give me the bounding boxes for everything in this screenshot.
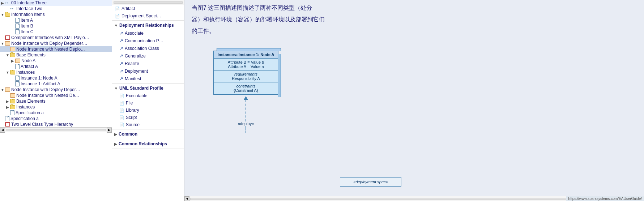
uml-node: Instances::Instance 1: Node A Attribute … <box>213 51 278 95</box>
tree-label: Specification a <box>16 110 44 115</box>
middle-panel[interactable]: 📄Artifact📄Deployment Speci…▼Deployment R… <box>112 0 184 201</box>
middle-item-label: File <box>126 100 133 106</box>
middle-item-manifest[interactable]: ↗Manifest <box>112 75 184 82</box>
tree-item-instances[interactable]: ▼Instances <box>0 69 112 75</box>
middle-item-file[interactable]: 📄File <box>112 99 184 107</box>
middle-item-label: Artifact <box>121 6 135 11</box>
node-requirements: requirements Responsibility A <box>214 70 278 82</box>
tree-label: Instance 1: Artifact A <box>21 81 60 86</box>
tree-panel[interactable]: ▶⊶00 Interface Three⊶Interface Two▼Infor… <box>0 0 112 201</box>
tree-label: Artifact A <box>21 64 38 69</box>
tree-label: Item A <box>21 18 33 23</box>
scroll-left-btn[interactable]: ◀ <box>184 196 189 201</box>
middle-item-realize[interactable]: ↗Realize <box>112 60 184 67</box>
middle-item-label: Associate <box>125 31 144 36</box>
section-arrow: ▶ <box>114 132 117 136</box>
middle-item-artifact[interactable]: 📄Artifact <box>112 5 184 12</box>
middle-item-executable[interactable]: 📄Executable <box>112 92 184 99</box>
tree-item-interface-two[interactable]: ⊶Interface Two <box>0 6 112 12</box>
tree-item-instance-node-a[interactable]: Instance 1: Node A <box>0 75 112 81</box>
left-scroll-track[interactable] <box>6 129 106 131</box>
middle-item-label: Source <box>126 122 140 127</box>
status-bar: https://www.sparxsystems.com/EAUserGuide… <box>566 196 644 201</box>
node-title: Instances::Instance 1: Node A <box>214 51 278 59</box>
middle-item-generalize[interactable]: ↗Generalize <box>112 52 184 60</box>
tree-label: Item C <box>21 29 33 34</box>
tree-item-base-elements[interactable]: ▼Base Elements <box>0 52 112 58</box>
deployment-spec-box: «deployment spec» <box>340 177 401 187</box>
tree-item-specification-a2[interactable]: Specification a <box>0 116 112 121</box>
node-3d-right <box>278 54 281 97</box>
tree-label: Node Instance with Nested De… <box>16 93 79 98</box>
tree-item-instance-artifact-a[interactable]: Instance 1: Artifact A <box>0 81 112 87</box>
tree-label: Instance 1: Node A <box>21 76 57 81</box>
tree-label: Specification a <box>10 116 39 121</box>
tree-item-base-elements2[interactable]: ▶Base Elements <box>0 98 112 104</box>
section-header-common-relationships[interactable]: ▶Common Relationships <box>112 140 184 148</box>
tree-item-two-level[interactable]: Two Level Class Type Hierarchy <box>0 121 112 127</box>
tree-arrow: ▼ <box>0 42 5 46</box>
dashed-line <box>246 100 246 121</box>
left-scroll-left[interactable]: ◀ <box>0 128 5 133</box>
middle-item-deployment[interactable]: ↗Deployment <box>112 67 184 75</box>
section-label: Common Relationships <box>119 141 167 146</box>
left-scroll-bar[interactable]: ◀▶ <box>0 127 112 132</box>
middle-item-label: Deployment <box>125 69 148 74</box>
tree-item-item-c[interactable]: Item C <box>0 29 112 35</box>
middle-item-label: Script <box>126 115 137 120</box>
left-scroll-right[interactable]: ▶ <box>107 128 112 133</box>
deploy-label: «deploy» <box>238 121 254 126</box>
middle-item-deployment-spec[interactable]: 📄Deployment Speci… <box>112 12 184 20</box>
constraints-label: constraints <box>216 84 276 88</box>
middle-item-association-class[interactable]: ↗Association Class <box>112 44 184 52</box>
section-label: Common <box>119 132 137 137</box>
bottom-left-node: Instances::Instance 1: 📄 <box>213 133 264 140</box>
node-constraints: constraints {Constraint A} <box>214 82 278 94</box>
middle-item-label: Generalize <box>125 54 146 59</box>
middle-item-label: Deployment Speci… <box>121 13 161 18</box>
description-line2: 器）和执行环境（容器）的部署环境以及部署到它们 <box>192 15 637 24</box>
tree-item-node-nested2[interactable]: Node Instance with Nested De… <box>0 93 112 98</box>
deployment-spec-title: «deployment spec» <box>343 180 398 184</box>
tree-label: Instances <box>16 104 35 110</box>
responsibility-a: Responsibility A <box>216 76 276 81</box>
tree-item-component-interfaces[interactable]: Component Interfaces with XML Paylo… <box>0 35 112 40</box>
node-attributes: Attribute B = Value b Attribute A = Valu… <box>214 59 278 70</box>
diagram-panel: 当图7 这三图描述图描述了两种不同类型（处分 器）和执行环境（容器）的部署环境以… <box>184 0 644 201</box>
tree-label: Information Items <box>11 12 45 17</box>
tree-label: Node Instance with Deploy Deper… <box>11 87 80 92</box>
section-arrow: ▼ <box>114 23 118 27</box>
section-arrow: ▼ <box>114 86 118 90</box>
tree-item-node-instance-nested[interactable]: Node Instance with Nested Deplo… <box>0 46 112 52</box>
tree-arrow: ▶ <box>5 105 10 109</box>
tree-item-interface-three[interactable]: ▶⊶00 Interface Three <box>0 0 112 6</box>
tree-item-node-instance-deploy[interactable]: ▼Node Instance with Deploy Depender… <box>0 40 112 46</box>
tree-item-information-items[interactable]: ▼Information Items <box>0 12 112 17</box>
tree-label: Interface Two <box>16 6 42 11</box>
tree-arrow: ▶ <box>10 59 15 63</box>
middle-item-script[interactable]: 📄Script <box>112 114 184 121</box>
section-header-common[interactable]: ▶Common <box>112 130 184 138</box>
middle-item-library[interactable]: 📄Library <box>112 107 184 114</box>
tree-label: Item B <box>21 23 33 29</box>
tree-label: Component Interfaces with XML Paylo… <box>11 35 89 40</box>
tree-label: Base Elements <box>16 52 46 57</box>
tree-label: Two Level Class Type Hierarchy <box>11 122 73 127</box>
description-line3: 的工件。 <box>192 27 637 35</box>
tree-item-specification-a[interactable]: Specification a <box>0 110 112 116</box>
tree-item-item-a[interactable]: Item A <box>0 17 112 23</box>
tree-item-node-a[interactable]: ▶Node A <box>0 58 112 64</box>
tree-item-item-b[interactable]: Item B <box>0 23 112 29</box>
section-header-deployment-relationships[interactable]: ▼Deployment Relationships <box>112 21 184 29</box>
middle-item-communication-p[interactable]: ↗Communication P… <box>112 37 184 44</box>
tree-label: Node Instance with Deploy Depender… <box>11 41 88 46</box>
tree-arrow: ▼ <box>5 70 10 74</box>
deploy-arrow: «deploy» <box>213 96 278 133</box>
tree-item-artifact-a[interactable]: Artifact A <box>0 64 112 69</box>
middle-item-associate[interactable]: ↗Associate <box>112 29 184 37</box>
tree-item-instances2[interactable]: ▶Instances <box>0 104 112 110</box>
tree-item-node-deploy2[interactable]: ▼Node Instance with Deploy Deper… <box>0 87 112 93</box>
section-header-uml-standard-profile[interactable]: ▼UML Standard Profile <box>112 84 184 92</box>
tree-arrow: ▼ <box>0 88 5 92</box>
middle-item-source[interactable]: 📄Source <box>112 121 184 128</box>
